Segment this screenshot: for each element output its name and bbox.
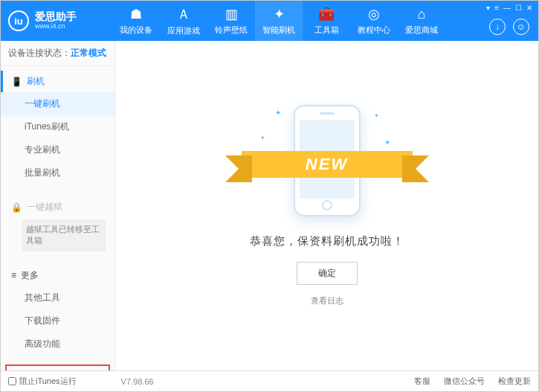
device-icon: ☗ xyxy=(130,6,142,22)
success-illustration: ✦ ✦ ✦ ✦ NEW xyxy=(253,105,401,224)
sidebar-head-more[interactable]: ≡ 更多 xyxy=(1,265,114,286)
sparkle-icon: ✦ xyxy=(275,109,281,117)
sidebar-item-other-tools[interactable]: 其他工具 xyxy=(1,286,114,309)
version-text: V7.98.66 xyxy=(121,377,154,386)
nav-label: 铃声壁纸 xyxy=(215,25,248,36)
app-window: iu 爱思助手 www.i4.cn ☗我的设备 Ａ应用游戏 ▥铃声壁纸 ✦智能刷… xyxy=(0,0,539,392)
apps-icon: Ａ xyxy=(177,5,190,23)
minimize-icon[interactable]: — xyxy=(503,4,511,12)
highlighted-checkbox-area: 自动激活 跳过向导 xyxy=(5,364,110,370)
section-flash: 📱 刷机 一键刷机 iTunes刷机 专业刷机 批量刷机 xyxy=(1,66,114,189)
sidebar-item-pro-flash[interactable]: 专业刷机 xyxy=(1,138,114,161)
section-jailbreak: 🔒 一键越狱 越狱工具已转移至工具箱 xyxy=(1,192,114,257)
nav-tutorial[interactable]: ◎教程中心 xyxy=(350,1,398,41)
body: 设备连接状态：正常模式 📱 刷机 一键刷机 iTunes刷机 专业刷机 批量刷机… xyxy=(1,41,538,370)
menu-icon[interactable]: ≡ xyxy=(494,4,499,12)
close-icon[interactable]: ✕ xyxy=(526,4,532,12)
checkbox-input[interactable] xyxy=(8,377,16,385)
sidebar-item-download-firmware[interactable]: 下载固件 xyxy=(1,309,114,332)
sidebar-item-oneclick-flash[interactable]: 一键刷机 xyxy=(1,92,114,115)
list-icon: ≡ xyxy=(11,270,16,280)
sidebar-item-batch-flash[interactable]: 批量刷机 xyxy=(1,161,114,184)
tutorial-icon: ◎ xyxy=(368,6,380,22)
sidebar-head-flash[interactable]: 📱 刷机 xyxy=(1,71,114,92)
sidebar-head-jailbreak: 🔒 一键越狱 xyxy=(1,196,114,218)
nav-label: 智能刷机 xyxy=(262,25,295,36)
logo-icon: iu xyxy=(8,10,29,31)
ok-button[interactable]: 确定 xyxy=(297,262,358,285)
sparkle-icon: ✦ xyxy=(374,112,379,119)
nav-label: 教程中心 xyxy=(358,25,390,36)
nav-label: 爱思商城 xyxy=(405,25,438,36)
checkbox-label: 阻止iTunes运行 xyxy=(19,376,77,387)
section-more: ≡ 更多 其他工具 下载固件 高级功能 xyxy=(1,260,114,360)
window-controls: ▾ ≡ — ☐ ✕ xyxy=(486,4,532,12)
dropdown-icon[interactable]: ▾ xyxy=(486,4,490,12)
checkbox-block-itunes[interactable]: 阻止iTunes运行 xyxy=(8,376,77,387)
titlebar: iu 爱思助手 www.i4.cn ☗我的设备 Ａ应用游戏 ▥铃声壁纸 ✦智能刷… xyxy=(1,1,538,41)
conn-label: 设备连接状态： xyxy=(8,48,71,58)
conn-mode: 正常模式 xyxy=(71,48,106,58)
main-content: ✦ ✦ ✦ ✦ NEW 恭喜您，保资料刷机成功啦！ 确定 查看日志 xyxy=(115,41,538,370)
ringtone-icon: ▥ xyxy=(225,6,238,22)
sidebar-item-advanced[interactable]: 高级功能 xyxy=(1,332,114,356)
statusbar: 阻止iTunes运行 V7.98.66 客服 微信公众号 检查更新 xyxy=(1,370,538,391)
connection-status: 设备连接状态：正常模式 xyxy=(1,41,114,66)
phone-icon: 📱 xyxy=(11,77,22,87)
maximize-icon[interactable]: ☐ xyxy=(515,4,522,12)
app-url: www.i4.cn xyxy=(35,23,77,30)
sidebar-head-label: 一键越狱 xyxy=(27,201,62,213)
ribbon: NEW xyxy=(242,148,413,181)
ribbon-text: NEW xyxy=(242,151,413,178)
nav-store[interactable]: ⌂爱思商城 xyxy=(398,1,445,41)
logo-text: 爱思助手 www.i4.cn xyxy=(35,11,77,30)
sparkle-icon: ✦ xyxy=(384,138,390,147)
nav-apps-games[interactable]: Ａ应用游戏 xyxy=(160,1,207,41)
nav-my-device[interactable]: ☗我的设备 xyxy=(112,1,160,41)
nav-label: 我的设备 xyxy=(120,25,152,36)
app-title: 爱思助手 xyxy=(35,11,77,22)
sidebar-head-label: 刷机 xyxy=(27,75,45,88)
download-button[interactable]: ↓ xyxy=(489,19,506,35)
nav-label: 工具箱 xyxy=(314,25,339,36)
sidebar-head-label: 更多 xyxy=(21,269,39,282)
lock-icon: 🔒 xyxy=(11,202,22,213)
link-wechat[interactable]: 微信公众号 xyxy=(444,376,485,387)
top-nav: ☗我的设备 Ａ应用游戏 ▥铃声壁纸 ✦智能刷机 🧰工具箱 ◎教程中心 ⌂爱思商城 xyxy=(112,1,445,41)
logo-area: iu 爱思助手 www.i4.cn xyxy=(8,10,112,31)
store-icon: ⌂ xyxy=(418,7,426,22)
user-button[interactable]: ☺ xyxy=(513,19,529,35)
nav-ringtone-wallpaper[interactable]: ▥铃声壁纸 xyxy=(207,1,255,41)
sidebar-item-itunes-flash[interactable]: iTunes刷机 xyxy=(1,115,114,138)
success-message: 恭喜您，保资料刷机成功啦！ xyxy=(250,234,404,248)
view-log-link[interactable]: 查看日志 xyxy=(311,295,343,306)
titlebar-right-circles: ↓ ☺ xyxy=(489,19,529,35)
nav-smart-flash[interactable]: ✦智能刷机 xyxy=(255,1,303,41)
jailbreak-info: 越狱工具已转移至工具箱 xyxy=(22,219,106,251)
flash-icon: ✦ xyxy=(274,6,285,22)
sidebar: 设备连接状态：正常模式 📱 刷机 一键刷机 iTunes刷机 专业刷机 批量刷机… xyxy=(1,41,115,370)
link-customer-service[interactable]: 客服 xyxy=(414,376,430,387)
nav-toolbox[interactable]: 🧰工具箱 xyxy=(303,1,350,41)
nav-label: 应用游戏 xyxy=(167,25,200,36)
link-check-update[interactable]: 检查更新 xyxy=(498,376,531,387)
toolbox-icon: 🧰 xyxy=(318,6,335,22)
sparkle-icon: ✦ xyxy=(260,135,265,141)
